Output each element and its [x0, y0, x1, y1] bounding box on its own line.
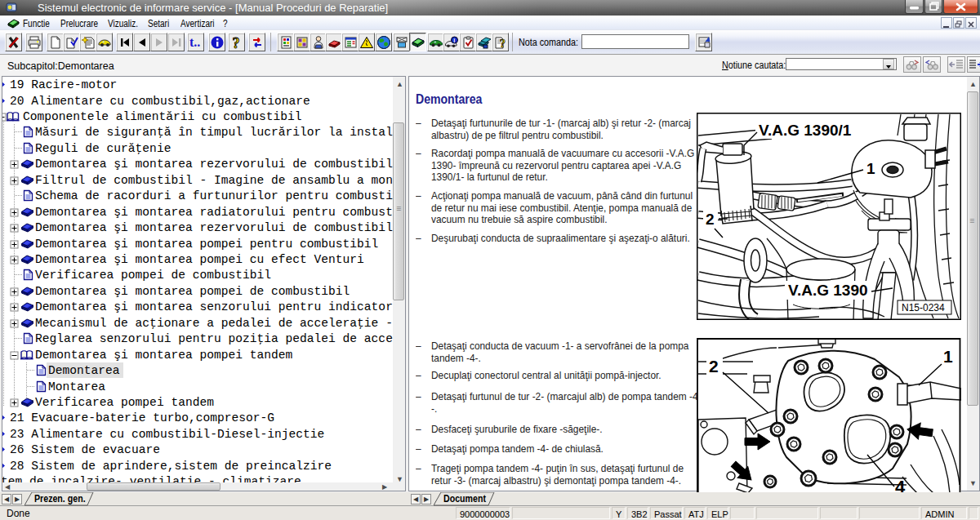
- svg-text:2: 2: [709, 357, 719, 376]
- svg-text:?: ?: [233, 35, 240, 51]
- svg-text:N15-0234: N15-0234: [902, 302, 945, 313]
- svg-text:1: 1: [943, 347, 953, 366]
- svg-text:2: 2: [706, 211, 715, 228]
- svg-text:t..: t..: [189, 35, 200, 49]
- svg-text:?: ?: [500, 38, 506, 50]
- svg-text:4: 4: [895, 477, 906, 493]
- svg-text:V.A.G 1390/1: V.A.G 1390/1: [759, 122, 852, 139]
- svg-text:i: i: [453, 38, 455, 43]
- svg-text:V.A.G 1390: V.A.G 1390: [788, 282, 868, 299]
- svg-text:1: 1: [866, 160, 875, 177]
